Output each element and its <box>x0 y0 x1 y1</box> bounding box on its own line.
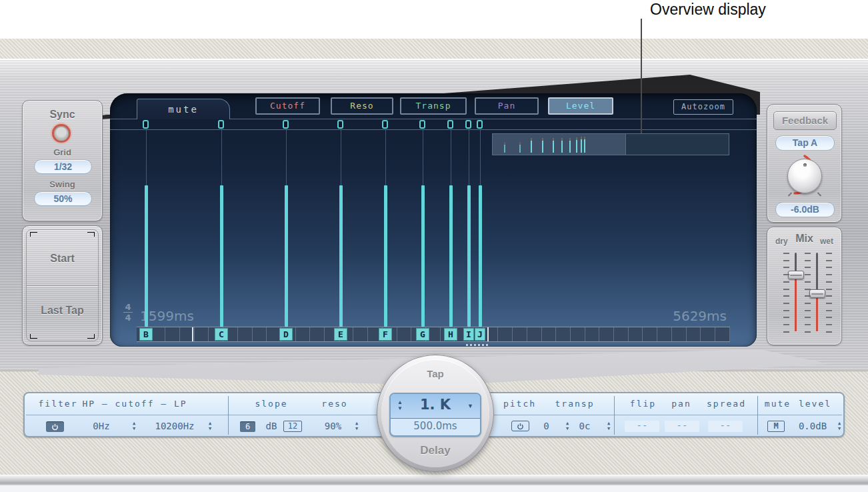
swing-value[interactable]: 50% <box>34 191 92 206</box>
stepper-down-icon[interactable]: ▼ <box>835 426 843 431</box>
reso-value[interactable]: 90% <box>308 419 358 433</box>
slider-tick <box>826 303 832 304</box>
mute-button[interactable]: M <box>767 421 785 432</box>
view-button-pan[interactable]: Pan <box>475 97 539 115</box>
lp-stepper[interactable]: ▲▼ <box>206 421 214 432</box>
stepper-down-icon[interactable]: ▼ <box>353 426 361 431</box>
mute-toggle-F[interactable] <box>382 120 388 129</box>
tap-bar-D[interactable] <box>285 185 288 327</box>
sync-led-button[interactable] <box>54 126 69 141</box>
slider-tick <box>826 274 832 275</box>
mute-toggle-D[interactable] <box>283 120 289 129</box>
stepper-down-icon[interactable]: ▼ <box>206 426 214 431</box>
display-divider-bottom <box>110 129 757 130</box>
stepper-up-icon[interactable]: ▲ <box>353 421 361 426</box>
reso-stepper[interactable]: ▲▼ <box>353 421 361 432</box>
level-stepper[interactable]: ▲▼ <box>835 421 843 432</box>
dry-slider-handle[interactable] <box>788 271 804 279</box>
id-grid-cell <box>484 327 499 341</box>
slider-tick <box>783 274 789 275</box>
feedback-button[interactable]: Feedback <box>773 111 837 130</box>
mute-toggle-G[interactable] <box>419 120 425 129</box>
feedback-amount[interactable]: -6.0dB <box>775 202 835 217</box>
last-tap-button[interactable]: Last Tap <box>23 305 102 317</box>
stepper-down-icon[interactable]: ▼ <box>605 426 613 431</box>
flip-value[interactable]: -- <box>625 421 659 432</box>
tap-id-G[interactable]: G <box>416 328 429 341</box>
tap-bar-E[interactable] <box>339 185 343 327</box>
grid-value[interactable]: 1/32 <box>34 159 92 174</box>
wet-slider-handle[interactable] <box>809 289 825 298</box>
view-button-level[interactable]: Level <box>548 97 613 115</box>
mute-tab[interactable]: mute <box>137 99 230 119</box>
id-grid-cell <box>310 327 325 341</box>
mute-toggle-I[interactable] <box>465 120 471 129</box>
semitones-stepper[interactable]: ▲▼ <box>563 421 571 432</box>
spread-value[interactable]: -- <box>708 421 743 432</box>
tap-id-D[interactable]: D <box>279 328 293 341</box>
tap-id-bar[interactable]: BCDEFGHIJ <box>137 327 730 342</box>
slider-tick <box>805 317 811 318</box>
cents-stepper[interactable]: ▲▼ <box>605 421 613 432</box>
hp-cutoff-value[interactable]: 0Hz <box>75 419 128 433</box>
tap-id-H[interactable]: H <box>444 328 457 341</box>
mute-toggle-B[interactable] <box>143 120 149 129</box>
slider-tick <box>783 289 789 290</box>
slope-6db-button[interactable]: 6 <box>240 421 255 432</box>
tap-bar-J[interactable] <box>479 185 482 327</box>
tap-bar-H[interactable] <box>449 185 453 327</box>
hp-stepper[interactable]: ▲▼ <box>130 421 138 432</box>
tap-bar-G[interactable] <box>421 185 425 327</box>
delay-time-value[interactable]: 500.0ms <box>391 420 480 432</box>
level-value[interactable]: 0.0dB <box>786 419 839 433</box>
tap-id-C[interactable]: C <box>215 328 228 341</box>
tap-delay-readout[interactable]: ▲▼ 1. K ▼ 500.0ms <box>389 393 481 437</box>
filter-power-button[interactable] <box>46 421 64 432</box>
feedback-tap-selector[interactable]: Tap A <box>775 135 835 151</box>
tap-bar-F[interactable] <box>384 185 387 327</box>
selected-tap-value[interactable]: 1. K <box>391 397 480 413</box>
overview-display[interactable] <box>492 133 729 155</box>
lp-cutoff-value[interactable]: 10200Hz <box>138 419 211 433</box>
stepper-up-icon[interactable]: ▲ <box>206 421 214 426</box>
mute-toggle-H[interactable] <box>447 120 453 129</box>
tap-id-I[interactable]: I <box>463 328 474 341</box>
view-button-reso[interactable]: Reso <box>331 97 393 115</box>
stepper-up-icon[interactable]: ▲ <box>130 421 138 426</box>
pan-value[interactable]: -- <box>665 421 699 432</box>
feedback-knob[interactable] <box>787 159 822 193</box>
mute-toggle-E[interactable] <box>337 120 343 129</box>
stepper-up-icon[interactable]: ▲ <box>563 421 571 426</box>
tap-id-E[interactable]: E <box>334 328 347 341</box>
corner-mark <box>30 232 37 237</box>
pitch-power-button[interactable] <box>511 421 529 431</box>
mute-toggle-C[interactable] <box>218 120 224 129</box>
pitch-cents-value[interactable]: 0c <box>573 419 597 433</box>
view-button-transp[interactable]: Transp <box>400 97 467 115</box>
tap-bar-C[interactable] <box>220 185 223 327</box>
mute-toggle-J[interactable] <box>477 120 483 129</box>
tap-bar-I[interactable] <box>467 185 471 327</box>
overview-zoom-window[interactable] <box>493 134 626 155</box>
tap-pad[interactable]: Tap ▲▼ 1. K ▼ 500.0ms Delay <box>377 355 494 472</box>
tap-id-B[interactable]: B <box>139 328 153 341</box>
autozoom-button[interactable]: Autozoom <box>673 99 733 115</box>
dry-label: dry <box>775 237 788 246</box>
stepper-up-icon[interactable]: ▲ <box>605 421 613 426</box>
tap-id-F[interactable]: F <box>379 328 392 341</box>
tap-bar-B[interactable] <box>145 185 148 327</box>
tap-id-J[interactable]: J <box>475 328 485 341</box>
main-display[interactable]: mute Autozoom 4 4 1599ms 5629ms BCDEFGHI… <box>110 93 757 347</box>
id-grid-cell <box>542 327 557 341</box>
tap-dropdown-icon[interactable]: ▼ <box>467 403 473 409</box>
stepper-down-icon[interactable]: ▼ <box>130 426 138 431</box>
slider-tick <box>783 267 789 268</box>
time-signature: 4 4 <box>122 303 134 322</box>
pitch-semitones-value[interactable]: 0 <box>535 419 558 433</box>
slope-12db-button[interactable]: 12 <box>283 421 302 432</box>
start-button[interactable]: Start <box>23 253 102 265</box>
view-button-cutoff[interactable]: Cutoff <box>255 97 320 115</box>
stepper-down-icon[interactable]: ▼ <box>563 426 571 431</box>
stepper-up-icon[interactable]: ▲ <box>835 421 843 426</box>
overview-tap-line <box>531 138 532 153</box>
